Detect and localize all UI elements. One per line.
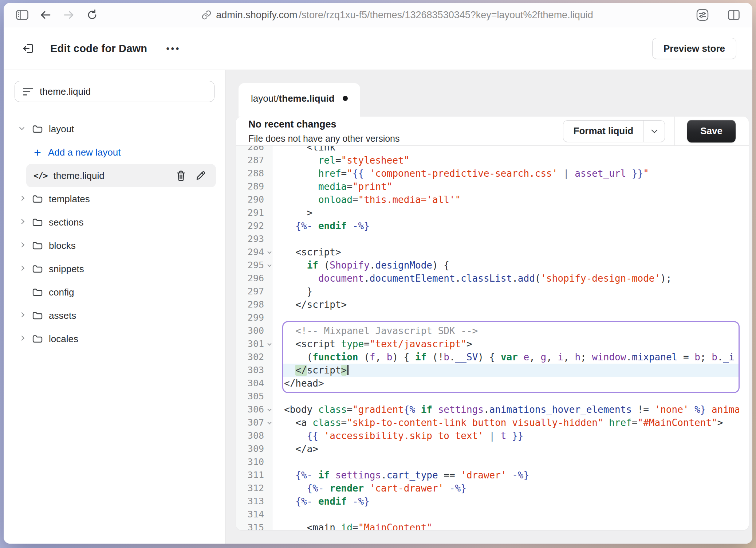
line-number-310: 310 (236, 455, 272, 469)
sidebar-item-blocks[interactable]: blocks (4, 234, 225, 257)
delete-file-icon[interactable] (173, 168, 189, 184)
chevron-right-icon[interactable] (18, 195, 26, 203)
line-number-303: 303 (236, 364, 272, 377)
fold-chevron-icon[interactable] (267, 341, 271, 345)
code-line-301[interactable]: <script type="text/javascript"> (283, 337, 739, 351)
code-line-291[interactable]: > (283, 206, 739, 219)
fold-chevron-icon[interactable] (267, 250, 271, 254)
tab-theme-liquid[interactable]: layout/theme.liquid (239, 83, 360, 117)
line-number-314: 314 (236, 508, 272, 521)
rename-file-icon[interactable] (193, 168, 209, 184)
format-liquid-button[interactable]: Format liquid (563, 120, 665, 142)
code-line-293[interactable] (283, 232, 739, 246)
fold-chevron-icon[interactable] (267, 420, 271, 424)
fold-chevron-icon[interactable] (267, 263, 271, 267)
file-search-input[interactable] (40, 86, 206, 97)
sidebar-item-snippets[interactable]: snippets (4, 257, 225, 281)
reload-icon[interactable] (84, 7, 101, 23)
chevron-down-icon[interactable] (18, 125, 26, 133)
code-line-296[interactable]: document.documentElement.classList.add('… (283, 272, 739, 285)
chevron-right-icon[interactable] (18, 242, 26, 250)
sidebar-action-add-a-new-layout[interactable]: +Add a new layout (4, 141, 225, 164)
chevron-right-icon[interactable] (18, 312, 26, 320)
browser-chrome: admin.shopify.com/store/rzq1xu-f5/themes… (4, 3, 752, 27)
code-line-303[interactable]: </script> (283, 364, 739, 377)
sidebar-item-templates[interactable]: templates (4, 187, 225, 211)
code-line-300[interactable]: <!-- Mixpanel Javascript SDK --> (283, 324, 739, 337)
sidebar-item-sections[interactable]: sections (4, 211, 225, 234)
code-line-308[interactable]: {{ 'accessibility.skip_to_text' | t }} (283, 429, 739, 442)
code-line-290[interactable]: onload="this.media='all'" (283, 193, 739, 206)
code-line-304[interactable]: </head> (283, 377, 739, 390)
more-actions-button[interactable]: ••• (162, 40, 184, 57)
line-number-295[interactable]: 295 (236, 259, 272, 272)
selected-file-row[interactable]: </>theme.liquid (26, 164, 216, 187)
url-bar[interactable]: admin.shopify.com/store/rzq1xu-f5/themes… (101, 9, 694, 21)
code-line-292[interactable]: {%- endif -%} (283, 219, 739, 232)
code-line-311[interactable]: {%- if settings.cart_type == 'drawer' -%… (283, 469, 739, 482)
code-line-302[interactable]: (function (f, b) { if (!b.__SV) { var e,… (283, 351, 739, 364)
sidebar-item-config[interactable]: config (4, 281, 225, 304)
code-line-298[interactable]: </script> (283, 298, 739, 311)
line-number-307[interactable]: 307 (236, 416, 272, 429)
code-line-313[interactable]: {%- endif -%} (283, 495, 739, 508)
editor-card: No recent changes File does not have any… (236, 117, 749, 530)
forward-icon[interactable] (60, 7, 77, 23)
url-domain: admin.shopify.com (216, 9, 297, 21)
code-line-297[interactable]: } (283, 285, 739, 298)
code-line-309[interactable]: </a> (283, 442, 739, 455)
codepane[interactable]: <link rel="stylesheet" href="{{ 'compone… (272, 146, 749, 530)
code-line-294[interactable]: <script> (283, 246, 739, 259)
line-number-286: 286 (236, 146, 272, 154)
code-line-295[interactable]: if (Shopify.designMode) { (283, 259, 739, 272)
line-number-301[interactable]: 301 (236, 337, 272, 351)
format-liquid-dropdown[interactable] (643, 121, 665, 142)
line-number-290: 290 (236, 193, 272, 206)
page-title: Edit code for Dawn (50, 43, 147, 55)
code-line-299[interactable] (283, 311, 739, 324)
unsaved-changes-dot (343, 96, 348, 101)
line-number-304: 304 (236, 377, 272, 390)
chevron-right-icon[interactable] (18, 218, 26, 226)
sidebar-item-locales[interactable]: locales (4, 327, 225, 351)
folder-icon (32, 124, 43, 134)
line-number-315: 315 (236, 521, 272, 530)
line-number-309: 309 (236, 442, 272, 455)
code-line-287[interactable]: rel="stylesheet" (283, 154, 739, 167)
file-search-box[interactable] (15, 81, 214, 102)
split-view-icon[interactable] (725, 7, 742, 23)
code-line-312[interactable]: {%- render 'cart-drawer' -%} (283, 482, 739, 495)
code-line-288[interactable]: href="{{ 'component-predictive-search.cs… (283, 167, 739, 180)
exit-code-editor-icon[interactable] (20, 40, 37, 57)
code-line-315[interactable]: <main id="MainContent" (283, 521, 739, 530)
code-line-307[interactable]: <a class="skip-to-content-link button vi… (283, 416, 739, 429)
code-line-286[interactable]: <link (283, 146, 739, 154)
line-number-306[interactable]: 306 (236, 403, 272, 416)
editor-card-header: No recent changes File does not have any… (236, 117, 749, 146)
code-line-305[interactable] (283, 390, 739, 403)
line-number-294[interactable]: 294 (236, 246, 272, 259)
line-number-313: 313 (236, 495, 272, 508)
chevron-spacer (18, 288, 26, 296)
code-line-310[interactable] (283, 455, 739, 469)
line-number-300: 300 (236, 324, 272, 337)
sidebar-item-layout[interactable]: layout (4, 117, 225, 141)
editor-main: layout/theme.liquid No recent changes Fi… (226, 70, 752, 544)
fold-chevron-icon[interactable] (267, 407, 271, 411)
preview-store-button[interactable]: Preview store (652, 38, 736, 59)
chevron-right-icon[interactable] (18, 335, 26, 343)
plus-icon: + (32, 145, 43, 160)
line-number-297: 297 (236, 285, 272, 298)
sidebar-item-assets[interactable]: assets (4, 304, 225, 327)
sidebar-item-theme-liquid[interactable]: </>theme.liquid (4, 164, 225, 187)
back-icon[interactable] (37, 7, 54, 23)
code-line-306[interactable]: <body class="gradient{% if settings.anim… (283, 403, 739, 416)
code-line-314[interactable] (283, 508, 739, 521)
save-button[interactable]: Save (687, 120, 736, 142)
folder-icon (32, 194, 43, 204)
status-title: No recent changes (248, 119, 400, 130)
code-line-289[interactable]: media="print" (283, 180, 739, 193)
chevron-right-icon[interactable] (18, 265, 26, 273)
sidebar-toggle-icon[interactable] (14, 7, 31, 23)
page-settings-icon[interactable] (694, 7, 711, 23)
